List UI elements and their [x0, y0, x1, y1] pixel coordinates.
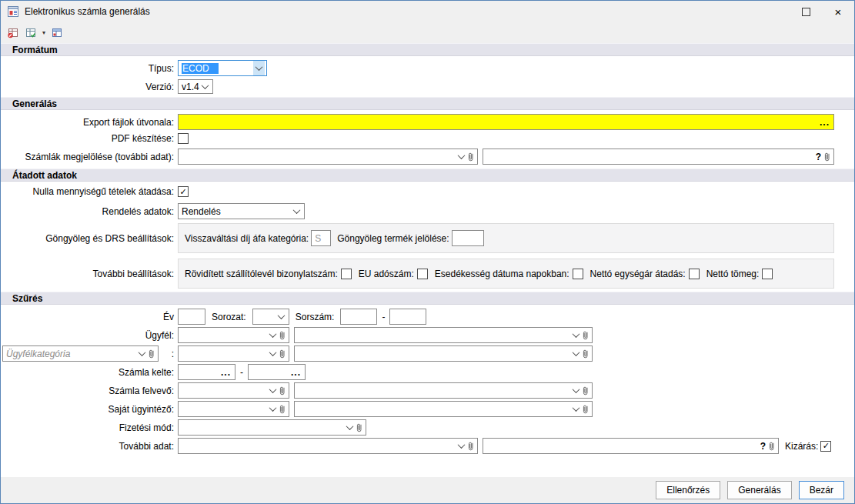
footer: Ellenőrzés Generálás Bezár — [1, 477, 854, 503]
netto-egysegar-checkbox[interactable] — [689, 269, 700, 279]
export-path-input[interactable]: ... — [178, 114, 834, 130]
szamla-kelte-from-input[interactable]: ... — [178, 364, 235, 380]
paperclip-icon[interactable] — [823, 152, 831, 162]
fizetesi-mod-combobox[interactable] — [178, 419, 366, 436]
chevron-down-icon[interactable] — [570, 346, 582, 361]
form-body: Formátum Típus: ECOD Verzió: v1.4 Generá… — [1, 43, 854, 477]
form-row: Ügyfélkategória : — [1, 345, 854, 362]
nulla-mennyiseg-checkbox[interactable]: ✓ — [178, 186, 189, 197]
chevron-down-icon[interactable] — [344, 420, 356, 435]
ugyfel-name-combobox[interactable] — [294, 327, 593, 343]
section-header-atadott: Átadott adatok — [1, 169, 854, 182]
browse-button[interactable]: ... — [817, 118, 832, 127]
table-blue-icon — [51, 27, 63, 39]
eu-adoszam-checkbox[interactable] — [417, 269, 428, 279]
chevron-down-icon[interactable] — [570, 328, 582, 342]
ev-input[interactable] — [178, 309, 205, 325]
app-icon — [7, 5, 19, 18]
close-button[interactable]: × — [822, 1, 854, 22]
rendeles-adatok-label: Rendelés adatok: — [2, 206, 178, 217]
sajat-ugyintezo-combobox[interactable] — [178, 401, 289, 417]
ellenorzes-button[interactable]: Ellenőrzés — [656, 481, 720, 499]
sajat-ugyintezo-name-combobox[interactable] — [294, 401, 593, 417]
chevron-down-icon[interactable] — [276, 309, 287, 324]
paperclip-icon[interactable] — [356, 422, 363, 433]
paperclip-icon[interactable] — [467, 152, 475, 162]
tovabbi-adat-combobox[interactable] — [178, 438, 478, 454]
paperclip-icon[interactable] — [582, 349, 589, 359]
visszavaltasi-afa-input[interactable]: S — [311, 230, 331, 246]
verzio-selected-value: v1.4 — [182, 82, 199, 92]
toolbar-button-2[interactable] — [22, 25, 39, 42]
section-title: Formátum — [12, 45, 58, 55]
toolbar-button-3[interactable] — [48, 25, 65, 42]
chevron-down-icon[interactable] — [267, 346, 279, 361]
section-title: Generálás — [12, 98, 57, 109]
toolbar-dropdown-arrow[interactable]: ▾ — [40, 29, 48, 36]
szamla-felvevo-name-combobox[interactable] — [294, 382, 593, 399]
ugyfel-combobox[interactable] — [178, 327, 289, 343]
tipus-combobox[interactable]: ECOD — [178, 60, 267, 76]
szamlak-megjelolese-combobox[interactable] — [178, 149, 478, 165]
gongyoleg-termek-label: Göngyöleg termék jelölése: — [337, 233, 449, 244]
paperclip-icon[interactable] — [582, 404, 589, 415]
rovidetett-szallitolevel-checkbox[interactable] — [341, 269, 352, 279]
szamla-felvevo-combobox[interactable] — [178, 382, 289, 399]
chevron-down-icon[interactable] — [199, 80, 211, 93]
form-row: PDF készítése: — [1, 133, 854, 144]
paperclip-icon[interactable] — [279, 330, 286, 341]
sorszam-label: Sorszám: — [289, 312, 339, 322]
ugyfelkategoria-value-combobox[interactable] — [294, 345, 593, 362]
pdf-label: PDF készítése: — [2, 133, 178, 144]
chevron-down-icon[interactable] — [267, 402, 279, 416]
maximize-button[interactable] — [790, 1, 822, 22]
netto-tomeg-checkbox[interactable] — [762, 269, 773, 279]
paperclip-icon[interactable] — [279, 404, 286, 415]
gongyoleg-termek-input[interactable] — [452, 230, 484, 246]
tovabbi-adat-value-field[interactable]: ? — [483, 438, 779, 454]
date-picker-button[interactable]: ... — [289, 368, 303, 377]
rendeles-adatok-combobox[interactable]: Rendelés — [178, 203, 305, 219]
sorszam-to-input[interactable] — [389, 309, 426, 325]
maximize-icon — [802, 8, 810, 16]
paperclip-icon[interactable] — [467, 441, 475, 452]
paperclip-icon[interactable] — [279, 349, 286, 359]
date-picker-button[interactable]: ... — [219, 368, 233, 377]
question-mark-icon[interactable]: ? — [813, 152, 823, 162]
sorozat-combobox[interactable] — [252, 309, 289, 325]
szamla-kelte-to-input[interactable]: ... — [248, 364, 306, 380]
pdf-checkbox[interactable] — [178, 133, 189, 144]
form-row: Számla felvevő: — [1, 382, 854, 399]
paperclip-icon[interactable] — [582, 330, 589, 341]
verzio-combobox[interactable]: v1.4 — [178, 79, 213, 94]
chevron-down-icon[interactable] — [267, 328, 279, 342]
chevron-down-icon[interactable] — [456, 439, 467, 453]
paperclip-icon[interactable] — [582, 386, 589, 396]
chevron-down-icon[interactable] — [267, 383, 279, 398]
question-mark-icon[interactable]: ? — [758, 441, 768, 452]
chevron-down-icon[interactable] — [570, 402, 582, 416]
ugyfelkategoria-code-combobox[interactable] — [178, 345, 289, 362]
chevron-down-icon[interactable] — [291, 204, 302, 219]
bezar-button[interactable]: Bezár — [799, 481, 844, 499]
filler — [1, 454, 854, 477]
paperclip-icon[interactable] — [768, 441, 776, 452]
form-row: Nulla mennyiségű tételek átadása: ✓ — [1, 186, 854, 197]
toolbar-button-1[interactable] — [5, 25, 22, 42]
generalas-button[interactable]: Generálás — [727, 481, 791, 499]
paperclip-icon[interactable] — [279, 386, 286, 396]
szamlak-megjelolese-extra-field[interactable]: ? — [483, 149, 834, 165]
ugyfelkategoria-combobox[interactable]: Ügyfélkategória — [2, 345, 159, 362]
sorszam-from-input[interactable] — [340, 309, 377, 325]
section-title: Szűrés — [12, 293, 42, 304]
chevron-down-icon[interactable] — [570, 383, 582, 398]
paperclip-icon[interactable] — [148, 349, 155, 359]
kizaras-checkbox[interactable]: ✓ — [820, 441, 831, 452]
tovabbi-adat-label: További adat: — [2, 441, 178, 452]
netto-egysegar-label: Nettó egységár átadás: — [590, 269, 686, 279]
chevron-down-icon[interactable] — [136, 346, 148, 361]
esedekesseg-checkbox[interactable] — [573, 269, 583, 279]
chevron-down-icon[interactable] — [253, 61, 265, 75]
chevron-down-icon[interactable] — [456, 149, 467, 164]
close-icon: × — [835, 6, 842, 18]
